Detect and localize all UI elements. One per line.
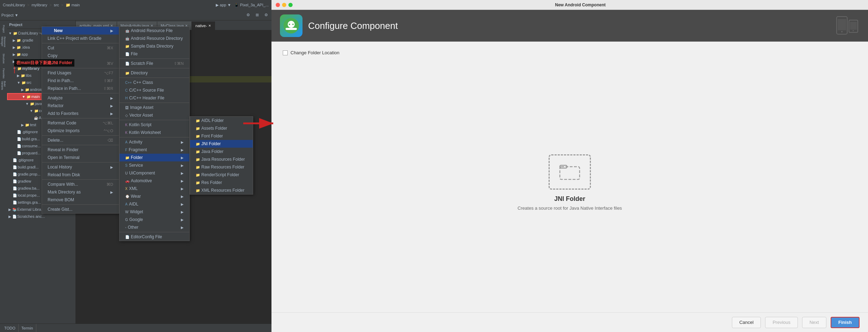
menu-item-file[interactable]: 📄 File bbox=[120, 50, 189, 58]
ide-breadcrumb-bar: CrashLibrary > mylibrary > src > 📁 main … bbox=[0, 0, 271, 10]
menu-item-cpp-class[interactable]: C++ C++ Class bbox=[120, 79, 189, 86]
menu-item-java-folder[interactable]: 📁 Java Folder bbox=[190, 148, 253, 155]
menu-item-android-resource-file[interactable]: 🤖 Android Resource File bbox=[120, 27, 189, 35]
structure-icon[interactable]: Structure bbox=[1, 51, 6, 66]
menu-item-local-history[interactable]: Local History ▶ bbox=[42, 163, 119, 171]
previous-button[interactable]: Previous bbox=[765, 317, 798, 328]
jni-folder-preview-icon bbox=[549, 154, 591, 190]
svg-rect-4 bbox=[286, 28, 297, 30]
device-selector[interactable]: 📱 Pixel_3a_API_... bbox=[234, 3, 269, 7]
menu-item-add-favorites[interactable]: Add to Favorites ▶ bbox=[42, 110, 119, 117]
menu-item-kotlin-script[interactable]: K Kotlin Script bbox=[120, 121, 189, 129]
menu-item-wear[interactable]: ⌚ Wear ▶ bbox=[120, 192, 189, 200]
project-dropdown[interactable]: Project ▼ bbox=[1, 13, 18, 17]
separator bbox=[120, 78, 189, 78]
menu-item-android-resource-dir[interactable]: 🤖 Android Resource Directory bbox=[120, 35, 189, 42]
run-config[interactable]: ▶ app ▼ bbox=[216, 3, 231, 7]
tab-terminal[interactable]: Termin bbox=[19, 324, 36, 332]
menu-item-kotlin-worksheet[interactable]: K Kotlin Worksheet bbox=[120, 129, 189, 136]
menu-item-cpp-source[interactable]: C C/C++ Source File bbox=[120, 86, 189, 94]
minimize-button[interactable] bbox=[282, 3, 286, 7]
maximize-button[interactable] bbox=[288, 3, 293, 7]
menu-item-find-path[interactable]: Find in Path... ⇧⌘F bbox=[42, 77, 119, 85]
menu-item-cpp-header[interactable]: H C/C++ Header File bbox=[120, 94, 189, 102]
side-icons: Project Resource Manager Structure Favor… bbox=[0, 20, 7, 324]
svg-rect-11 bbox=[850, 22, 857, 30]
menu-item-raw-resources-folder[interactable]: 📁 Raw Resources Folder bbox=[190, 163, 253, 171]
menu-item-aidl-folder[interactable]: 📁 AIDL Folder bbox=[190, 117, 253, 124]
breadcrumb-src: src bbox=[54, 3, 59, 7]
device-icon bbox=[835, 15, 860, 37]
menu-item-open-terminal[interactable]: Open in Terminal bbox=[42, 154, 119, 161]
menu-item-image-asset[interactable]: 🖼 Image Asset bbox=[120, 104, 189, 111]
breadcrumb-main: 📁 main bbox=[66, 3, 80, 7]
layout-btn[interactable]: ⊞ bbox=[253, 12, 261, 18]
breadcrumb-crashlibrary: CrashLibrary bbox=[3, 3, 25, 7]
menu-item-scratch[interactable]: 📄 Scratch File ⇧⌘N bbox=[120, 60, 189, 67]
menu-item-analyze[interactable]: Analyze ▶ bbox=[42, 94, 119, 102]
config-panel: New Android Component Configure Componen… bbox=[271, 0, 868, 332]
next-button[interactable]: Next bbox=[802, 317, 826, 328]
finish-button[interactable]: Finish bbox=[831, 317, 860, 328]
menu-item-compare[interactable]: Compare With... ⌘D bbox=[42, 180, 119, 188]
menu-item-remove-bom[interactable]: Remove BOM bbox=[42, 196, 119, 204]
menu-item-xml[interactable]: X XML ▶ bbox=[120, 185, 189, 192]
change-folder-label: Change Folder Location bbox=[291, 50, 340, 55]
menu-item-copy[interactable]: Copy bbox=[42, 52, 119, 60]
menu-item-reveal[interactable]: Reveal in Finder bbox=[42, 146, 119, 154]
menu-item-replace-path[interactable]: Replace in Path... ⇧⌘R bbox=[42, 85, 119, 92]
menu-item-uicomponent[interactable]: U UiComponent ▶ bbox=[120, 169, 189, 177]
separator bbox=[120, 120, 189, 120]
menu-item-cut[interactable]: Cut ⌘X bbox=[42, 44, 119, 52]
menu-item-fragment[interactable]: F Fragment ▶ bbox=[120, 146, 189, 154]
cancel-button[interactable]: Cancel bbox=[732, 317, 761, 328]
menu-item-directory[interactable]: 📁 Directory bbox=[120, 69, 189, 77]
menu-item-automotive[interactable]: 🚗 Automotive ▶ bbox=[120, 177, 189, 185]
close-button[interactable] bbox=[276, 3, 280, 7]
menu-item-sample-data[interactable]: 📁 Sample Data Directory bbox=[120, 42, 189, 50]
menu-item-xml-resources-folder[interactable]: 📁 XML Resources Folder bbox=[190, 186, 253, 194]
change-folder-checkbox[interactable] bbox=[283, 50, 288, 55]
svg-point-12 bbox=[853, 30, 854, 31]
menu-item-new[interactable]: New ▶ bbox=[42, 27, 119, 35]
menu-item-renderscript-folder[interactable]: 📁 RenderScript Folder bbox=[190, 171, 253, 179]
menu-item-link-cpp[interactable]: Link C++ Project with Gradle bbox=[42, 35, 119, 42]
gear-btn[interactable]: ⚙ bbox=[262, 12, 270, 18]
menu-item-service[interactable]: S Service ▶ bbox=[120, 161, 189, 169]
menu-item-assets-folder[interactable]: 📁 Assets Folder bbox=[190, 124, 253, 132]
menu-item-font-folder[interactable]: 📁 Font Folder bbox=[190, 132, 253, 140]
menu-item-editorconfig[interactable]: 📄 EditorConfig File bbox=[120, 233, 189, 241]
svg-point-6 bbox=[292, 24, 294, 25]
menu-item-create-gist[interactable]: Create Gist... bbox=[42, 205, 119, 213]
menu-item-paste[interactable]: Paste ⌘V bbox=[42, 60, 119, 67]
menu-item-java-resources-folder[interactable]: 📁 Java Resources Folder bbox=[190, 155, 253, 163]
settings-btn[interactable]: ⚙ bbox=[244, 12, 252, 18]
menu-item-other[interactable]: ◦ Other ▶ bbox=[120, 223, 189, 231]
favorites-icon[interactable]: Favorites bbox=[1, 66, 6, 80]
menu-item-optimize[interactable]: Optimize Imports ^⌥O bbox=[42, 127, 119, 135]
resource-manager-icon[interactable]: Resource Manager bbox=[1, 37, 6, 51]
tree-item-scratches[interactable]: ▶ 📄 Scratches anc... bbox=[7, 213, 75, 220]
separator bbox=[120, 103, 189, 103]
build-variants-icon[interactable]: Build Variants bbox=[1, 81, 6, 95]
menu-item-find-usages[interactable]: Find Usages ⌥F7 bbox=[42, 69, 119, 77]
menu-item-aidl[interactable]: A AIDL ▶ bbox=[120, 200, 189, 208]
menu-item-widget[interactable]: W Widget ▶ bbox=[120, 208, 189, 216]
menu-item-folder[interactable]: 📁 Folder ▶ bbox=[120, 154, 189, 161]
menu-item-refactor[interactable]: Refactor ▶ bbox=[42, 102, 119, 110]
menu-item-google[interactable]: G Google ▶ bbox=[120, 216, 189, 223]
menu-item-reformat[interactable]: Reformat Code ⌥⌘L bbox=[42, 119, 119, 127]
tab-todo[interactable]: TODO bbox=[1, 324, 19, 332]
menu-item-vector-asset[interactable]: ◇ Vector Asset bbox=[120, 111, 189, 119]
tab-native[interactable]: native- ✕ bbox=[192, 21, 215, 30]
menu-item-res-folder[interactable]: 📁 Res Folder bbox=[190, 179, 253, 186]
project-icon[interactable]: Project bbox=[1, 22, 6, 36]
menu-item-mark-dir[interactable]: Mark Directory as ▶ bbox=[42, 188, 119, 196]
menu-item-delete[interactable]: Delete... ⌫ bbox=[42, 136, 119, 144]
separator bbox=[42, 162, 119, 162]
menu-item-jni-folder[interactable]: 📁 JNI Folder bbox=[190, 140, 253, 148]
menu-item-reload[interactable]: Reload from Disk bbox=[42, 171, 119, 179]
menu-item-activity[interactable]: A Activity ▶ bbox=[120, 138, 189, 146]
separator bbox=[42, 145, 119, 145]
separator bbox=[120, 232, 189, 232]
